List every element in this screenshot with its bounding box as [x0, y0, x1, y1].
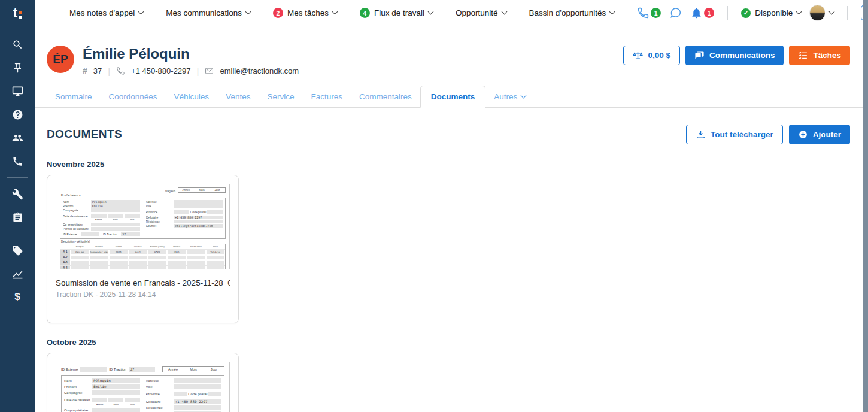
vehicles-title: Description - véhicule(s) — [61, 240, 226, 243]
tab-ventes[interactable]: Ventes — [217, 86, 259, 107]
user-avatar — [809, 5, 825, 21]
chevron-down-icon — [428, 9, 434, 15]
desktop-icon[interactable] — [11, 85, 23, 97]
form-fields-right2: Cellulaire+1 450 880 2297RésidenceCourri… — [146, 216, 223, 228]
envelope-icon — [205, 66, 214, 75]
billing-dollar-icon[interactable]: $ — [11, 291, 23, 303]
available-check-icon: ✓ — [741, 8, 751, 18]
nav-label: Mes notes d'appel — [69, 8, 135, 17]
calls-icon[interactable]: 1 — [637, 7, 661, 19]
nav-mes-communications[interactable]: Mes communications — [166, 8, 250, 17]
communications-button[interactable]: Communications — [685, 46, 784, 65]
vehicles-table: marquemodèleannéecouleurmodèle (code)mot… — [60, 244, 226, 269]
plus-circle-icon — [798, 129, 808, 140]
app-window: t $ Mes notes d'appel Mes communic — [0, 0, 868, 412]
balance-button[interactable]: 0,00 $ — [623, 46, 680, 65]
tab-commentaires[interactable]: Commentaires — [351, 86, 420, 107]
autres-label: Autres — [494, 92, 517, 101]
month-heading-octobre: Octobre 2025 — [47, 338, 850, 347]
form-fields-right: AdresseVille — [146, 200, 223, 208]
tab-vehicules[interactable]: Véhicules — [166, 86, 218, 107]
contact-tabs: Sommaire Coordonnées Véhicules Ventes Se… — [35, 77, 868, 108]
reports-chart-icon[interactable] — [11, 268, 23, 280]
contact-name: Émilie Péloquin — [83, 46, 299, 62]
add-label: Ajouter — [813, 130, 841, 139]
documents-page: DOCUMENTS Tout télécharger Ajouter Novem… — [35, 108, 868, 412]
status-label: Disponible — [755, 8, 793, 17]
chevron-down-icon — [332, 9, 338, 15]
nav-label: Bassin d'opportunités — [529, 8, 606, 17]
balance-amount: 0,00 $ — [648, 51, 670, 60]
id-row: ID ExterneID Traction37 — [63, 232, 140, 237]
chevron-down-icon — [796, 9, 802, 15]
sidebar-divider — [7, 177, 28, 178]
tab-service[interactable]: Service — [259, 86, 302, 107]
form-fields-right2: Cellulaire+1 450-880-2297RésidenceCourri… — [146, 399, 222, 412]
id-row: ID ExterneID Traction37 — [61, 366, 155, 372]
hash-icon: # — [83, 66, 87, 75]
topbar-divider — [727, 6, 728, 20]
chat-bubble-icon[interactable] — [669, 7, 682, 19]
birth-label: Date de naissance — [63, 214, 89, 218]
nav-flux-de-travail[interactable]: 4 Flux de travail — [360, 8, 433, 18]
document-card[interactable]: ID ExterneID Traction37 AnnéeMoisJour No… — [47, 353, 239, 412]
traction-logo[interactable]: t — [0, 0, 35, 26]
phone-icon[interactable] — [11, 155, 23, 167]
postal-label: Code postal — [190, 210, 207, 214]
pin-icon[interactable] — [11, 62, 23, 74]
contact-avatar: ÉP — [47, 46, 74, 73]
chevron-down-icon — [609, 9, 615, 15]
nav-mes-taches[interactable]: 2 Mes tâches — [273, 8, 337, 18]
contact-phone[interactable]: +1 450-880-2297 — [131, 66, 190, 75]
topbar-divider — [847, 6, 848, 20]
nav-bassin-dopportunites[interactable]: Bassin d'opportunités — [529, 8, 615, 17]
availability-status-menu[interactable]: ✓ Disponible — [741, 8, 801, 18]
nav-label: Mes communications — [166, 8, 242, 17]
page-title: DOCUMENTS — [47, 128, 122, 141]
store-label: Magasin — [165, 190, 175, 193]
communications-label: Communications — [709, 51, 775, 60]
notifications-bell-icon[interactable]: 1 — [690, 7, 714, 19]
workflow-count-badge: 4 — [360, 8, 370, 18]
document-thumbnail[interactable]: ID ExterneID Traction37 AnnéeMoisJour No… — [56, 362, 230, 412]
add-document-button[interactable]: Ajouter — [789, 125, 850, 144]
tab-autres[interactable]: Autres — [485, 86, 534, 107]
nav-label: Opportunité — [456, 8, 498, 17]
sidebar-divider — [7, 234, 28, 234]
meta-divider: | — [108, 66, 110, 76]
search-icon[interactable] — [11, 38, 23, 50]
form-fields-right: AdresseVille — [146, 378, 222, 390]
document-card[interactable]: Magasin AnnéeMoisJour Et « l'acheteur » … — [47, 175, 239, 323]
taches-button[interactable]: Tâches — [789, 46, 850, 65]
help-circle-icon[interactable] — [11, 108, 23, 120]
communications-icon — [694, 50, 705, 60]
document-thumbnail[interactable]: Magasin AnnéeMoisJour Et « l'acheteur » … — [56, 184, 230, 269]
contact-email[interactable]: emilie@tractiondk.com — [220, 66, 299, 75]
vertical-scrollbar[interactable] — [863, 0, 868, 412]
contact-id: 37 — [93, 66, 102, 75]
form-fields-left2: Co-propriétairePermis de conduire — [63, 222, 140, 231]
chevron-down-icon — [521, 92, 527, 98]
top-navigation-bar: Mes notes d'appel Mes communications 2 M… — [35, 0, 868, 26]
user-menu[interactable] — [809, 5, 834, 21]
document-meta: Traction DK - 2025-11-28 14:14 — [56, 290, 230, 299]
clipboard-icon[interactable] — [11, 211, 23, 223]
postal-label: Code postal — [188, 392, 207, 396]
tab-coordonnees[interactable]: Coordonnées — [101, 86, 166, 107]
tasks-count-badge: 2 — [273, 8, 283, 18]
tab-sommaire[interactable]: Sommaire — [47, 86, 101, 107]
download-all-button[interactable]: Tout télécharger — [686, 125, 783, 144]
tab-documents[interactable]: Documents — [420, 86, 486, 108]
tag-icon[interactable] — [11, 244, 23, 256]
wrench-icon[interactable] — [11, 188, 23, 200]
nav-mes-notes-dappel[interactable]: Mes notes d'appel — [69, 8, 143, 17]
nav-label: Flux de travail — [374, 8, 424, 17]
date-columns: AnnéeMoisJour — [178, 187, 226, 193]
document-title[interactable]: Soumission de vente en Francais - 2025-1… — [56, 278, 230, 287]
nav-opportunite[interactable]: Opportunité — [456, 8, 506, 17]
buyer-line: Et « l'acheteur » — [61, 194, 226, 197]
chevron-down-icon — [245, 9, 251, 15]
tab-factures[interactable]: Factures — [302, 86, 351, 107]
customers-icon[interactable] — [11, 132, 23, 144]
balance-scale-icon — [633, 50, 643, 60]
